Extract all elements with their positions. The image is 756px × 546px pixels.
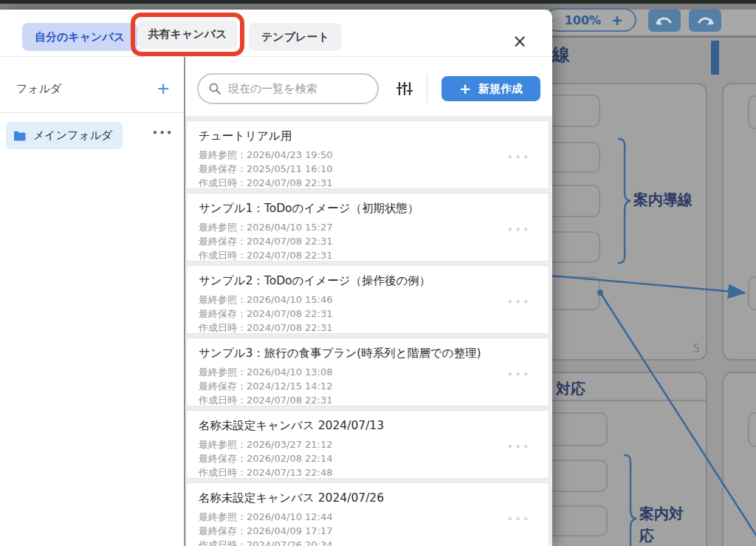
sidebar-divider: [0, 112, 185, 113]
diagram-node: [748, 95, 756, 129]
filter-button[interactable]: [393, 77, 416, 100]
item-menu-button[interactable]: •••: [507, 369, 531, 380]
tab-shared-canvases[interactable]: 共有キャンバス: [137, 21, 238, 49]
canvas-list-item[interactable]: サンプル2：ToDoのイメージ（操作後の例） 最終参照：2026/04/10 1…: [186, 265, 549, 334]
canvas-created: 作成日時：2024/07/08 22:31: [199, 321, 537, 335]
sidebar-item-main-folder[interactable]: メインフォルダ: [6, 122, 123, 149]
group-header: 対応: [556, 379, 585, 399]
canvas-title: サンプル1：ToDoのイメージ（初期状態）: [199, 201, 537, 216]
canvas-list-item[interactable]: 名称未設定キャンバス 2024/07/13 最終参照：2026/03/27 21…: [186, 410, 549, 479]
undo-button[interactable]: [648, 9, 681, 32]
folder-icon: [13, 131, 26, 141]
canvas-last-viewed: 最終参照：2026/04/10 12:44: [199, 510, 537, 524]
canvas-title: 名称未設定キャンバス 2024/07/13: [199, 418, 537, 434]
redo-icon: [695, 14, 715, 27]
annotation-highlight: 共有キャンバス: [131, 13, 244, 56]
canvas-last-viewed: 最終参照：2026/03/27 21:12: [199, 437, 537, 451]
redo-button[interactable]: [689, 9, 721, 32]
item-menu-button[interactable]: •••: [507, 442, 531, 452]
canvas-title: サンプル2：ToDoのイメージ（操作後の例）: [199, 273, 537, 289]
diagram-group-bottom-right: [722, 372, 756, 546]
zoom-level: 100%: [565, 13, 601, 27]
brace-label-top: 案内導線: [633, 190, 693, 210]
canvas-created: 作成日時：2024/07/08 22:31: [199, 393, 537, 407]
window-top-band: [0, 4, 756, 10]
canvas-last-viewed: 最終参照：2026/04/10 15:27: [199, 220, 537, 234]
filter-sliders-icon: [396, 80, 413, 98]
search-icon: [209, 83, 221, 95]
canvas-last-saved: 最終保存：2026/02/08 22:14: [199, 451, 537, 465]
search-placeholder: 現在の一覧を検索: [228, 82, 317, 96]
canvas-last-saved: 最終保存：2024/12/15 14:12: [199, 379, 537, 393]
canvas-title: チュートリアル用: [199, 129, 537, 144]
canvas-created: 作成日時：2024/07/26 20:34: [199, 538, 537, 546]
toolbar-separator: [427, 74, 427, 103]
item-menu-button[interactable]: •••: [507, 152, 531, 163]
zoom-in-button[interactable]: +: [611, 13, 623, 27]
add-folder-button[interactable]: +: [154, 78, 173, 98]
canvas-list-item[interactable]: サンプル3：旅行の食事プラン(時系列と階層での整理) 最終参照：2026/04/…: [186, 338, 549, 406]
canvas-created: 作成日時：2024/07/13 22:48: [199, 465, 537, 480]
folder-sidebar: フォルダ + メインフォルダ •••: [0, 57, 185, 546]
close-icon[interactable]: ×: [509, 31, 530, 52]
canvas-title: サンプル3：旅行の食事プラン(時系列と階層での整理): [199, 346, 537, 361]
item-menu-button[interactable]: •••: [507, 225, 531, 235]
screen: − 100% + 導線 5 対応 案内導線 案内対 応: [0, 0, 756, 546]
diagram-node: [748, 412, 756, 447]
undo-icon: [655, 14, 674, 27]
canvas-last-viewed: 最終参照：2026/04/10 15:46: [199, 293, 537, 307]
tab-templates[interactable]: テンプレート: [249, 23, 342, 51]
canvas-list-item[interactable]: 名称未設定キャンバス 2024/07/26 最終参照：2026/04/10 12…: [186, 482, 549, 546]
plus-icon: +: [459, 82, 471, 96]
canvas-list-item[interactable]: チュートリアル用 最終参照：2026/04/23 19:50 最終保存：2025…: [186, 120, 549, 189]
canvas-last-saved: 最終保存：2026/04/09 17:17: [199, 524, 537, 538]
canvas-last-saved: 最終保存：2024/07/08 22:31: [199, 234, 537, 248]
diagram-node: [748, 276, 756, 310]
canvas-list: チュートリアル用 最終参照：2026/04/23 19:50 最終保存：2025…: [185, 116, 552, 546]
canvas-last-saved: 最終保存：2024/07/08 22:31: [199, 307, 537, 321]
canvas-list-dialog: 自分のキャンバス 共有キャンバス テンプレート × フォルダ + メインフォルダ…: [0, 10, 552, 546]
zoom-control[interactable]: − 100% +: [545, 8, 636, 32]
tab-my-canvases[interactable]: 自分のキャンバス: [22, 23, 137, 51]
folder-menu-button[interactable]: •••: [152, 128, 173, 138]
canvas-list-panel: 現在の一覧を検索 + 新規作成 チュートリアル用 最: [185, 57, 552, 546]
group-count-label: 5: [664, 342, 700, 355]
lane-divider-bar: [711, 41, 719, 75]
item-menu-button[interactable]: •••: [507, 514, 531, 525]
brace-label-bottom: 案内対 応: [639, 502, 703, 546]
canvas-last-viewed: 最終参照：2026/04/23 19:50: [199, 148, 537, 162]
canvas-created: 作成日時：2024/07/08 22:31: [199, 248, 537, 262]
canvas-list-item[interactable]: サンプル1：ToDoのイメージ（初期状態） 最終参照：2026/04/10 15…: [186, 193, 549, 262]
canvas-title: 名称未設定キャンバス 2024/07/26: [199, 491, 537, 506]
canvas-created: 作成日時：2024/07/08 22:31: [199, 176, 537, 190]
create-new-button[interactable]: + 新規作成: [441, 76, 540, 101]
canvas-last-saved: 最終保存：2025/05/11 16:10: [199, 162, 537, 176]
folder-label: メインフォルダ: [33, 129, 112, 143]
search-input[interactable]: 現在の一覧を検索: [197, 73, 379, 104]
item-menu-button[interactable]: •••: [507, 297, 531, 307]
folder-section-title: フォルダ: [16, 82, 61, 96]
dialog-tab-bar: 自分のキャンバス 共有キャンバス テンプレート ×: [0, 10, 552, 57]
canvas-last-viewed: 最終参照：2026/04/10 13:08: [199, 365, 537, 379]
